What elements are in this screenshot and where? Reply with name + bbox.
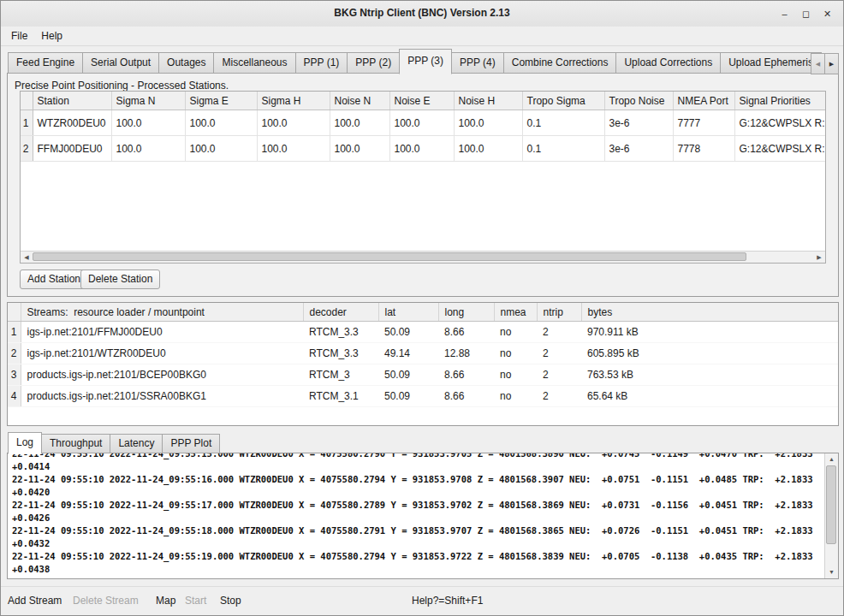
horizontal-scroll-thumb[interactable] — [33, 252, 746, 261]
bytes-cell[interactable]: 605.895 kB — [581, 343, 838, 364]
maximize-icon[interactable]: ◻ — [799, 7, 813, 21]
log-pane[interactable]: 22-11-24 09:55:10 2022-11-24_09:55:15.00… — [7, 453, 839, 579]
tab-feed-engine[interactable]: Feed Engine — [8, 52, 83, 74]
scroll-down-icon[interactable]: ▼ — [826, 567, 837, 578]
bytes-cell[interactable]: 763.53 kB — [581, 364, 838, 386]
mountpoint-cell[interactable]: products.igs-ip.net:2101/SSRA00BKG1 — [21, 386, 303, 407]
stop-button[interactable]: Stop — [220, 595, 241, 607]
signal-priorities-cell[interactable]: G:12&CWPSLX R:12 — [734, 110, 825, 136]
sigma-e-cell[interactable]: 100.0 — [185, 136, 257, 162]
col-header-mountpoint[interactable]: Streams: resource loader / mountpoint — [21, 303, 303, 322]
tropo-sigma-cell[interactable]: 0.1 — [522, 136, 604, 162]
nmea-cell[interactable]: no — [494, 343, 537, 364]
tropo-sigma-cell[interactable]: 0.1 — [522, 110, 604, 136]
long-cell[interactable]: 12.88 — [438, 343, 494, 364]
log-vertical-scrollbar[interactable]: ▲ ▼ — [824, 453, 838, 578]
noise-n-cell[interactable]: 100.0 — [330, 110, 389, 136]
decoder-cell[interactable]: RTCM_3 — [303, 364, 378, 386]
tab-scroll-left-icon[interactable]: ◀ — [811, 53, 825, 74]
noise-h-cell[interactable]: 100.0 — [454, 110, 522, 136]
add-stream-button[interactable]: Add Stream — [8, 595, 62, 607]
mountpoint-cell[interactable]: igs-ip.net:2101/WTZR00DEU0 — [21, 343, 303, 364]
vertical-scroll-thumb[interactable] — [826, 465, 836, 544]
map-button[interactable]: Map — [156, 595, 175, 607]
minimize-icon[interactable]: – — [777, 7, 792, 21]
tropo-noise-cell[interactable]: 3e-6 — [604, 110, 673, 136]
ntrip-cell[interactable]: 2 — [537, 364, 581, 386]
nmea-port-cell[interactable]: 7778 — [673, 136, 734, 162]
nmea-cell[interactable]: no — [494, 364, 537, 386]
nmea-port-cell[interactable]: 7777 — [673, 110, 734, 136]
ntrip-cell[interactable]: 2 — [537, 386, 581, 407]
tab-upload-ephemeris[interactable]: Upload Ephemeris — [720, 52, 822, 74]
sigma-e-cell[interactable]: 100.0 — [185, 110, 257, 136]
ntrip-cell[interactable]: 2 — [537, 343, 581, 364]
stream-row[interactable]: 3 products.igs-ip.net:2101/BCEP00BKG0 RT… — [8, 364, 838, 386]
noise-h-cell[interactable]: 100.0 — [454, 136, 522, 162]
menu-file[interactable]: File — [4, 28, 34, 44]
tab-outages[interactable]: Outages — [158, 52, 214, 74]
stream-row[interactable]: 4 products.igs-ip.net:2101/SSRA00BKG1 RT… — [8, 386, 838, 407]
tab-miscellaneous[interactable]: Miscellaneous — [213, 52, 295, 74]
col-header-signal-priorities[interactable]: Signal Priorities — [734, 92, 825, 110]
lat-cell[interactable]: 50.09 — [378, 322, 438, 343]
sigma-h-cell[interactable]: 100.0 — [257, 110, 330, 136]
col-header-tropo-sigma[interactable]: Tropo Sigma — [522, 92, 604, 110]
nmea-cell[interactable]: no — [494, 386, 537, 407]
tab-ppp-plot[interactable]: PPP Plot — [162, 434, 220, 453]
col-header-tropo-noise[interactable]: Tropo Noise — [604, 92, 673, 110]
long-cell[interactable]: 8.66 — [438, 386, 494, 407]
lat-cell[interactable]: 50.09 — [378, 386, 438, 407]
ntrip-cell[interactable]: 2 — [537, 322, 581, 343]
sigma-n-cell[interactable]: 100.0 — [111, 136, 185, 162]
mountpoint-cell[interactable]: products.igs-ip.net:2101/BCEP00BKG0 — [21, 364, 303, 386]
station-row[interactable]: 1 WTZR00DEU0 100.0 100.0 100.0 100.0 100… — [21, 110, 825, 136]
sigma-n-cell[interactable]: 100.0 — [111, 110, 185, 136]
tab-combine-corrections[interactable]: Combine Corrections — [503, 52, 617, 74]
tab-ppp-3[interactable]: PPP (3) — [399, 49, 452, 74]
tab-upload-corrections[interactable]: Upload Corrections — [615, 52, 721, 74]
delete-station-button[interactable]: Delete Station — [80, 270, 160, 289]
tropo-noise-cell[interactable]: 3e-6 — [604, 136, 673, 162]
col-header-decoder[interactable]: decoder — [303, 303, 378, 322]
scroll-right-icon[interactable]: ▶ — [814, 252, 824, 262]
stream-row[interactable]: 2 igs-ip.net:2101/WTZR00DEU0 RTCM_3.3 49… — [8, 343, 838, 364]
col-header-long[interactable]: long — [438, 303, 494, 322]
menu-help[interactable]: Help — [34, 28, 69, 44]
col-header-station[interactable]: Station — [33, 92, 111, 110]
scroll-up-icon[interactable]: ▲ — [826, 454, 837, 465]
station-row[interactable]: 2 FFMJ00DEU0 100.0 100.0 100.0 100.0 100… — [21, 136, 825, 162]
decoder-cell[interactable]: RTCM_3.3 — [303, 322, 378, 343]
tab-ppp-4[interactable]: PPP (4) — [451, 52, 504, 74]
lat-cell[interactable]: 50.09 — [378, 364, 438, 386]
decoder-cell[interactable]: RTCM_3.3 — [303, 343, 378, 364]
add-station-button[interactable]: Add Station — [20, 270, 88, 289]
signal-priorities-cell[interactable]: G:12&CWPSLX R:12 — [734, 136, 825, 162]
tab-ppp-2[interactable]: PPP (2) — [347, 52, 400, 74]
stations-horizontal-scrollbar[interactable]: ◀ ▶ — [21, 251, 825, 263]
long-cell[interactable]: 8.66 — [438, 322, 494, 343]
lat-cell[interactable]: 49.14 — [378, 343, 438, 364]
col-header-noise-h[interactable]: Noise H — [454, 92, 522, 110]
col-header-ntrip[interactable]: ntrip — [537, 303, 581, 322]
col-header-lat[interactable]: lat — [378, 303, 438, 322]
decoder-cell[interactable]: RTCM_3.1 — [303, 386, 378, 407]
tab-latency[interactable]: Latency — [110, 434, 163, 453]
tab-ppp-1[interactable]: PPP (1) — [295, 52, 348, 74]
noise-e-cell[interactable]: 100.0 — [389, 136, 454, 162]
close-icon[interactable]: ✕ — [820, 7, 835, 21]
bytes-cell[interactable]: 970.911 kB — [581, 322, 838, 343]
noise-e-cell[interactable]: 100.0 — [389, 110, 454, 136]
station-cell[interactable]: WTZR00DEU0 — [33, 110, 111, 136]
tab-serial-output[interactable]: Serial Output — [82, 52, 159, 74]
tab-throughput[interactable]: Throughput — [41, 434, 110, 453]
nmea-cell[interactable]: no — [494, 322, 537, 343]
station-cell[interactable]: FFMJ00DEU0 — [33, 136, 111, 162]
col-header-noise-n[interactable]: Noise N — [330, 92, 389, 110]
stream-row[interactable]: 1 igs-ip.net:2101/FFMJ00DEU0 RTCM_3.3 50… — [8, 322, 838, 343]
scroll-left-icon[interactable]: ◀ — [21, 252, 32, 262]
col-header-nmea-port[interactable]: NMEA Port — [673, 92, 734, 110]
mountpoint-cell[interactable]: igs-ip.net:2101/FFMJ00DEU0 — [21, 322, 303, 343]
sigma-h-cell[interactable]: 100.0 — [257, 136, 330, 162]
tab-log[interactable]: Log — [8, 432, 42, 454]
